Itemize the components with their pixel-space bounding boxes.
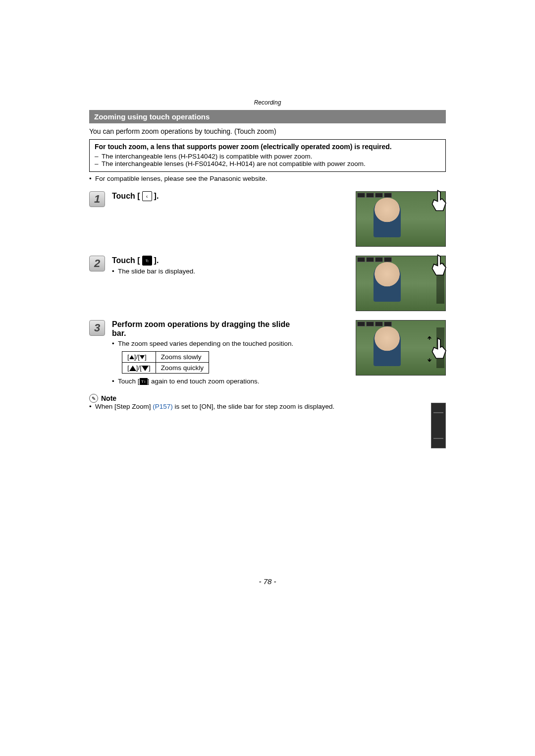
page-number: - 78 - xyxy=(89,577,446,586)
arrow-fast-cell: []/[] xyxy=(122,363,156,374)
intro-text: You can perform zoom operations by touch… xyxy=(89,127,446,135)
step-2-bullet: The slide bar is displayed. xyxy=(112,268,349,275)
requirement-box: For touch zoom, a lens that supports pow… xyxy=(89,139,446,172)
finger-drag-icon xyxy=(424,335,451,363)
step-2-title: Touch [ T↕ ]. xyxy=(112,256,349,266)
note-icon: ✎ xyxy=(89,394,98,403)
requirement-item: The interchangeable lenses (H-FS014042, … xyxy=(95,160,440,167)
page-header: Recording xyxy=(89,99,446,106)
touch-zoom-icon: T↕ xyxy=(142,256,152,266)
step-1-title: Touch [ ‹ ]. xyxy=(112,191,349,201)
step-3-bullet: The zoom speed varies depending on the t… xyxy=(112,340,349,347)
section-title-bar: Zooming using touch operations xyxy=(89,110,446,123)
arrow-down-large-icon xyxy=(142,366,149,371)
finger-touch-icon xyxy=(424,252,451,279)
note-label: Note xyxy=(101,394,116,402)
step-3: 3 Perform zoom operations by dragging th… xyxy=(89,320,446,387)
end-touch-note: Touch [T↕] again to end touch zoom opera… xyxy=(112,378,349,385)
step-1-screenshot xyxy=(356,191,446,247)
note-heading: ✎ Note xyxy=(89,394,446,403)
note-body: When [Step Zoom] (P157) is set to [ON], … xyxy=(89,403,446,410)
arrow-down-small-icon xyxy=(140,355,145,359)
zoom-fast-desc: Zooms quickly xyxy=(156,363,209,374)
step-3-title: Perform zoom operations by dragging the … xyxy=(112,320,290,338)
touch-zoom-icon: T↕ xyxy=(140,378,148,385)
touch-tab-icon: ‹ xyxy=(142,191,152,201)
step-1: 1 Touch [ ‹ ]. xyxy=(89,191,446,247)
zoom-speed-table: []/[] Zooms slowly []/[] Zooms quickly xyxy=(122,351,209,374)
step-badge-3: 3 xyxy=(89,320,105,336)
compat-note: For compatible lenses, please see the Pa… xyxy=(89,175,446,182)
step-2-screenshot xyxy=(356,256,446,311)
finger-touch-icon xyxy=(424,188,451,215)
step-3-screenshot xyxy=(356,320,446,376)
step-badge-2: 2 xyxy=(89,256,105,271)
page-link-p157[interactable]: (P157) xyxy=(153,403,173,410)
requirement-item: The interchangeable lens (H-PS14042) is … xyxy=(95,153,440,160)
step-2: 2 Touch [ T↕ ]. The slide bar is display… xyxy=(89,256,446,311)
zoom-slow-desc: Zooms slowly xyxy=(156,352,209,363)
table-row: []/[] Zooms quickly xyxy=(122,363,209,374)
arrow-slow-cell: []/[] xyxy=(122,352,156,363)
arrow-up-small-icon xyxy=(129,355,134,359)
table-row: []/[] Zooms slowly xyxy=(122,352,209,363)
requirement-main: For touch zoom, a lens that supports pow… xyxy=(95,143,440,151)
arrow-up-large-icon xyxy=(129,366,136,371)
step-badge-1: 1 xyxy=(89,191,105,207)
